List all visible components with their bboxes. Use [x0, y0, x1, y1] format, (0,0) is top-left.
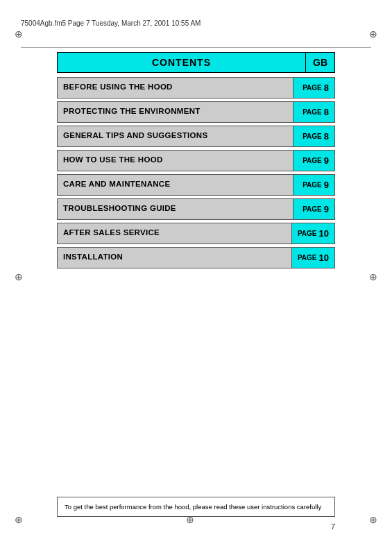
toc-row: AFTER SALES SERVICE PAGE 10	[57, 223, 335, 244]
contents-header: CONTENTS GB	[57, 52, 335, 73]
toc-item-page: PAGE 8	[293, 102, 334, 122]
toc-item-title: PROTECTING THE ENVIRONMENT	[58, 102, 293, 122]
toc-item-title: HOW TO USE THE HOOD	[58, 151, 293, 171]
toc-row: CARE AND MAINTENANCE PAGE 9	[57, 174, 335, 196]
reg-mark-bot-left	[12, 513, 25, 526]
top-separator	[21, 47, 371, 48]
page-num: 8	[324, 83, 329, 93]
reg-mark-top-right	[367, 28, 380, 40]
toc-item-page: PAGE 8	[293, 126, 334, 146]
toc-row: BEFORE USING THE HOOD PAGE 8	[57, 77, 335, 99]
toc-item-page: PAGE 9	[293, 175, 334, 195]
toc-item-page: PAGE 10	[291, 248, 334, 268]
page-label: PAGE	[302, 181, 322, 189]
toc-list: BEFORE USING THE HOOD PAGE 8 PROTECTING …	[57, 77, 335, 268]
reg-mark-bot-right	[367, 513, 380, 526]
toc-row: HOW TO USE THE HOOD PAGE 9	[57, 150, 335, 171]
page-label: PAGE	[298, 254, 317, 262]
toc-row: PROTECTING THE ENVIRONMENT PAGE 8	[57, 101, 335, 123]
page-num: 9	[324, 155, 329, 166]
toc-row: TROUBLESHOOTING GUIDE PAGE 9	[57, 198, 335, 220]
reg-mark-mid-left	[12, 271, 25, 283]
toc-item-page: PAGE 10	[291, 223, 334, 244]
page-label: PAGE	[302, 108, 322, 116]
toc-item-title: GENERAL TIPS AND SUGGESTIONS	[58, 126, 293, 146]
filename-label: 75004Agb.fm5 Page 7 Tuesday, March 27, 2…	[21, 19, 201, 27]
contents-title: CONTENTS	[58, 53, 305, 72]
page-label: PAGE	[298, 230, 317, 237]
reg-mark-top-left	[12, 28, 25, 40]
page-label: PAGE	[302, 133, 322, 140]
toc-item-title: INSTALLATION	[58, 248, 291, 268]
page-num: 8	[324, 131, 329, 142]
toc-item-title: BEFORE USING THE HOOD	[58, 78, 293, 98]
page-label: PAGE	[302, 205, 322, 213]
page-num: 8	[324, 107, 329, 117]
toc-row: INSTALLATION PAGE 10	[57, 247, 335, 268]
toc-item-title: TROUBLESHOOTING GUIDE	[58, 199, 293, 219]
page-label: PAGE	[302, 84, 322, 92]
page-label: PAGE	[302, 157, 322, 164]
contents-gb-label: GB	[305, 53, 334, 72]
page-num: 9	[324, 180, 329, 190]
reg-mark-mid-right	[367, 271, 380, 283]
toc-row: GENERAL TIPS AND SUGGESTIONS PAGE 8	[57, 126, 335, 147]
toc-item-page: PAGE 8	[293, 78, 334, 98]
toc-item-title: AFTER SALES SERVICE	[58, 223, 291, 244]
page-container: 75004Agb.fm5 Page 7 Tuesday, March 27, 2…	[0, 0, 392, 555]
page-num: 10	[319, 228, 329, 239]
page-num: 9	[324, 204, 329, 214]
page-num: 10	[319, 253, 329, 263]
content-area: CONTENTS GB BEFORE USING THE HOOD PAGE 8…	[57, 52, 335, 271]
toc-item-title: CARE AND MAINTENANCE	[58, 175, 293, 195]
reg-mark-bot-mid	[184, 513, 196, 526]
header-bar: 75004Agb.fm5 Page 7 Tuesday, March 27, 2…	[21, 19, 371, 27]
page-number: 7	[331, 522, 335, 531]
toc-item-page: PAGE 9	[293, 199, 334, 219]
toc-item-page: PAGE 9	[293, 151, 334, 171]
